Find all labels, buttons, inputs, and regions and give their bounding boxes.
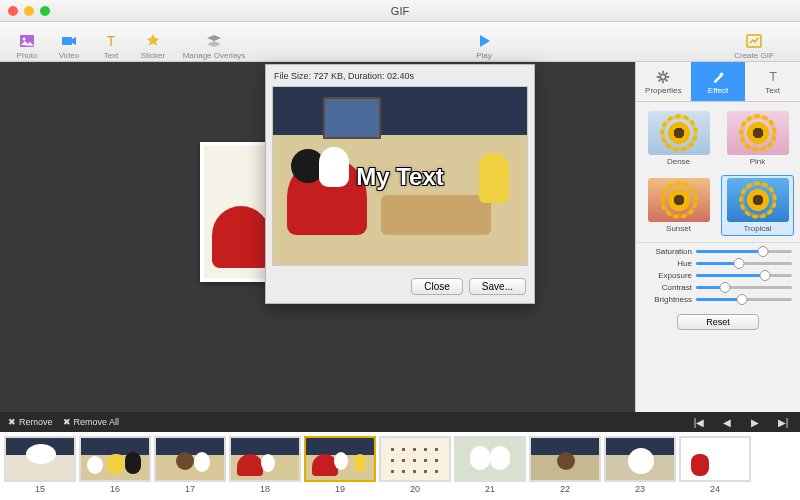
frame-number: 17: [185, 484, 195, 494]
timeline-frame-19[interactable]: 19: [304, 436, 376, 494]
frame-number: 16: [110, 484, 120, 494]
slider-label: Exposure: [644, 271, 692, 280]
timeline-frame-17[interactable]: 17: [154, 436, 226, 494]
tab-label: Effect: [708, 86, 728, 95]
preview-image: My Text: [272, 86, 528, 266]
slider-thumb[interactable]: [734, 258, 745, 269]
slider-label: Hue: [644, 259, 692, 268]
frame-number: 22: [560, 484, 570, 494]
slider-label: Brightness: [644, 295, 692, 304]
frames-toolbar: ✖ Remove ✖ Remove All |◀ ◀ ▶ ▶|: [0, 412, 800, 432]
sliders-group: SaturationHueExposureContrastBrightness: [636, 242, 800, 308]
create-gif-tool[interactable]: Create GIF: [716, 24, 792, 60]
saturation-slider-row: Saturation: [644, 247, 792, 256]
timeline-frame-20[interactable]: 20: [379, 436, 451, 494]
slider-thumb[interactable]: [758, 246, 769, 257]
remove-all-frames-button[interactable]: ✖ Remove All: [63, 417, 120, 427]
photo-icon: [18, 32, 36, 50]
close-button[interactable]: Close: [411, 278, 463, 295]
timeline[interactable]: 15161718192021222324: [0, 432, 800, 500]
effect-swatch: [648, 111, 710, 155]
tool-label: Create GIF: [734, 51, 774, 60]
tool-label: Text: [104, 51, 119, 60]
effect-tropical[interactable]: Tropical: [721, 175, 794, 236]
exposure-slider[interactable]: [696, 274, 792, 277]
effect-label: Tropical: [743, 224, 771, 233]
layers-icon: [205, 32, 223, 50]
timeline-frame-16[interactable]: 16: [79, 436, 151, 494]
hue-slider[interactable]: [696, 262, 792, 265]
save-button[interactable]: Save...: [469, 278, 526, 295]
create-icon: [745, 32, 763, 50]
frame-thumbnail: [304, 436, 376, 482]
remove-all-icon: ✖: [63, 417, 71, 427]
properties-tab[interactable]: Properties: [636, 62, 691, 101]
main-toolbar: PhotoVideoTTextStickerManage Overlays Pl…: [0, 22, 800, 62]
preview-popup: File Size: 727 KB, Duration: 02.40s My T…: [265, 64, 535, 304]
svg-point-1: [23, 37, 26, 40]
prev-frame-button[interactable]: ◀: [718, 415, 736, 429]
effect-swatch: [727, 111, 789, 155]
frame-number: 18: [260, 484, 270, 494]
text-icon: T: [102, 32, 120, 50]
contrast-slider[interactable]: [696, 286, 792, 289]
video-tool[interactable]: Video: [50, 24, 88, 60]
photo-tool[interactable]: Photo: [8, 24, 46, 60]
brightness-slider[interactable]: [696, 298, 792, 301]
next-frame-button[interactable]: ▶: [746, 415, 764, 429]
sticker-icon: [144, 32, 162, 50]
slider-thumb[interactable]: [719, 282, 730, 293]
gear-icon: [655, 69, 671, 85]
frame-number: 23: [635, 484, 645, 494]
text-tool[interactable]: TText: [92, 24, 130, 60]
slider-thumb[interactable]: [737, 294, 748, 305]
last-frame-button[interactable]: ▶|: [774, 415, 792, 429]
exposure-slider-row: Exposure: [644, 271, 792, 280]
effect-dense[interactable]: Dense: [642, 108, 715, 169]
effect-pink[interactable]: Pink: [721, 108, 794, 169]
timeline-frame-23[interactable]: 23: [604, 436, 676, 494]
sticker-tool[interactable]: Sticker: [134, 24, 172, 60]
timeline-frame-18[interactable]: 18: [229, 436, 301, 494]
text-tab[interactable]: TText: [745, 62, 800, 101]
effect-label: Pink: [750, 157, 766, 166]
slider-label: Contrast: [644, 283, 692, 292]
play-tool[interactable]: Play: [465, 24, 503, 60]
brightness-slider-row: Brightness: [644, 295, 792, 304]
manage-overlays-tool[interactable]: Manage Overlays: [176, 24, 252, 60]
textT-icon: T: [765, 69, 781, 85]
svg-rect-2: [62, 37, 72, 45]
saturation-slider[interactable]: [696, 250, 792, 253]
frame-number: 20: [410, 484, 420, 494]
canvas-area[interactable]: File Size: 727 KB, Duration: 02.40s My T…: [0, 62, 635, 412]
tab-label: Text: [765, 86, 780, 95]
side-panel: PropertiesEffectTText DensePinkSunsetTro…: [635, 62, 800, 412]
effect-tab[interactable]: Effect: [691, 62, 746, 101]
play-icon: [475, 32, 493, 50]
effect-swatch: [727, 178, 789, 222]
window-titlebar: GIF: [0, 0, 800, 22]
first-frame-button[interactable]: |◀: [690, 415, 708, 429]
tool-label: Video: [59, 51, 79, 60]
overlay-text[interactable]: My Text: [273, 163, 527, 191]
svg-text:T: T: [769, 70, 777, 84]
timeline-frame-21[interactable]: 21: [454, 436, 526, 494]
slider-thumb[interactable]: [760, 270, 771, 281]
timeline-frame-24[interactable]: 24: [679, 436, 751, 494]
frame-number: 24: [710, 484, 720, 494]
effect-sunset[interactable]: Sunset: [642, 175, 715, 236]
reset-button[interactable]: Reset: [677, 314, 759, 330]
timeline-frame-22[interactable]: 22: [529, 436, 601, 494]
svg-text:T: T: [107, 33, 116, 49]
timeline-frame-15[interactable]: 15: [4, 436, 76, 494]
tool-label: Photo: [17, 51, 38, 60]
frame-thumbnail: [529, 436, 601, 482]
tab-label: Properties: [645, 86, 681, 95]
hue-slider-row: Hue: [644, 259, 792, 268]
tool-label: Manage Overlays: [183, 51, 246, 60]
frame-thumbnail: [229, 436, 301, 482]
remove-frame-button[interactable]: ✖ Remove: [8, 417, 53, 427]
frame-thumbnail: [679, 436, 751, 482]
effect-label: Dense: [667, 157, 690, 166]
frame-thumbnail: [604, 436, 676, 482]
